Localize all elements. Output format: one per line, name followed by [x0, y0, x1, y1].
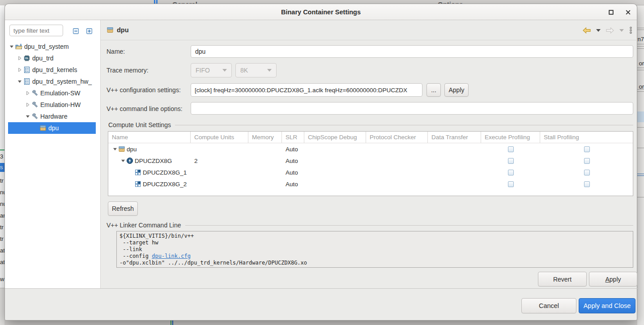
execute-profiling-cell: [481, 178, 540, 190]
name-input[interactable]: [191, 45, 633, 58]
bg-text-fragment: at: [0, 247, 4, 254]
column-header-protocol-checker[interactable]: Protocol Checker: [366, 132, 428, 143]
command-line: --link: [119, 246, 630, 253]
linker-group-label: V++ Linker Command Line: [107, 222, 181, 229]
container-icon: [39, 124, 47, 132]
tree-item-dpu[interactable]: dpu: [8, 122, 96, 134]
view-menu-icon[interactable]: [629, 27, 632, 34]
execute-profiling-cell: [481, 143, 540, 155]
cu-table-row-dpuczdx8g_1[interactable]: DPUCZDX8G_1Auto: [108, 167, 633, 178]
project-sidebar: sdpu_trd_systemOLdpu_trddpu_trd_kernelsd…: [5, 20, 101, 288]
protocol-checker-cell: [366, 143, 428, 155]
config-apply-button[interactable]: Apply: [444, 83, 469, 97]
bg-text-fragment: tr: [0, 224, 4, 231]
forward-icon[interactable]: [606, 27, 614, 34]
tree-item-label: dpu_trd_kernels: [32, 66, 77, 73]
expand-arrow-icon[interactable]: [24, 90, 31, 97]
bg-line: [637, 30, 644, 30]
slr-cell: Auto: [282, 155, 304, 167]
stall-profiling-checkbox[interactable]: [584, 158, 590, 164]
collapse-arrow-icon[interactable]: [112, 145, 118, 153]
stall-profiling-checkbox[interactable]: [584, 170, 590, 175]
panel-header: dpu: [101, 20, 638, 40]
expand-arrow-icon[interactable]: [16, 66, 23, 73]
execute-profiling-cell: [481, 167, 540, 178]
execute-profiling-checkbox[interactable]: [508, 146, 514, 152]
collapse-arrow-icon[interactable]: [24, 113, 31, 120]
expand-arrow-icon[interactable]: [24, 101, 31, 108]
chipscope-debug-cell: [304, 178, 366, 190]
tree-item-emulation-sw[interactable]: Emulation-SW: [8, 87, 96, 99]
execute-profiling-checkbox[interactable]: [508, 181, 514, 187]
column-header-name[interactable]: Name: [108, 132, 191, 143]
expand-arrow-icon[interactable]: [16, 55, 23, 62]
collapse-all-icon[interactable]: [72, 27, 79, 34]
filter-input[interactable]: [9, 25, 63, 36]
expand-all-icon[interactable]: [85, 27, 93, 34]
linker-command-box[interactable]: ${XILINX_VITIS}/bin/v++ --target hw --li…: [116, 231, 633, 268]
bg-text-fragment: s: [0, 163, 4, 172]
stall-profiling-checkbox[interactable]: [584, 181, 590, 187]
column-header-stall-profiling[interactable]: Stall Profiling: [540, 132, 634, 143]
bg-line: [0, 150, 4, 150]
command-line: --target hw: [119, 239, 630, 246]
column-header-compute-units[interactable]: Compute Units: [191, 132, 248, 143]
dropdown-caret-icon: [222, 69, 227, 72]
tree-item-dpu_trd_system_hw_[interactable]: dpu_trd_system_hw_: [8, 76, 96, 87]
arrow-spacer: [32, 124, 39, 132]
tree-item-dpu_trd_kernels[interactable]: dpu_trd_kernels: [8, 64, 96, 76]
dialog-titlebar[interactable]: Binary Container Settings: [5, 4, 637, 20]
column-header-memory[interactable]: Memory: [248, 132, 282, 143]
slr-cell: Auto: [282, 167, 304, 178]
cancel-button[interactable]: Cancel: [521, 298, 576, 313]
config-file-link[interactable]: dpu-link.cfg: [152, 253, 191, 259]
vpp-config-field[interactable]: [clock] freqHz=300000000:DPUCZDX8G_1.acl…: [191, 83, 422, 97]
collapse-arrow-icon[interactable]: [120, 157, 126, 164]
bg-vline-blue: [172, 321, 173, 325]
cu-table-row-dpuczdx8g[interactable]: DPUCZDX8G2Auto: [108, 155, 633, 167]
collapse-arrow-icon[interactable]: [8, 43, 15, 50]
chipscope-debug-cell: [304, 167, 366, 178]
compute-unit-table-header: NameCompute UnitsMemorySLRChipScope Debu…: [108, 132, 633, 143]
vpp-cmdline-input[interactable]: [191, 102, 633, 115]
browse-button[interactable]: ...: [426, 83, 441, 97]
bg-line: [637, 174, 644, 174]
tree-item-dpu_trd[interactable]: OLdpu_trd: [8, 52, 96, 64]
tree-item-emulation-hw[interactable]: Emulation-HW: [8, 99, 96, 111]
bg-line: [637, 44, 644, 44]
revert-button[interactable]: Revert: [538, 272, 587, 287]
bg-right-strip: n7oror: [637, 5, 644, 325]
svg-text:OL: OL: [25, 57, 29, 60]
column-header-slr[interactable]: SLR: [282, 132, 304, 143]
memory-cell: [248, 155, 282, 167]
tree-item-hardware[interactable]: Hardware: [8, 111, 96, 122]
build-config-icon: [31, 113, 38, 120]
maximize-button[interactable]: [607, 9, 614, 16]
execute-profiling-checkbox[interactable]: [508, 158, 514, 164]
column-header-execute-profiling[interactable]: Execute Profiling: [481, 132, 540, 143]
kernel-project-icon: [23, 78, 30, 85]
cu-name-cell: dpu: [108, 143, 191, 155]
refresh-button[interactable]: Refresh: [108, 201, 138, 216]
compute-unit-icon: [134, 180, 141, 188]
stall-profiling-checkbox[interactable]: [584, 146, 590, 152]
bg-text-fragment: n7: [637, 36, 644, 43]
svg-text:s: s: [20, 43, 22, 46]
linker-group: V++ Linker Command Line: [107, 222, 633, 229]
forward-menu-caret-icon[interactable]: [619, 29, 624, 32]
cu-table-row-dpuczdx8g_2[interactable]: DPUCZDX8G_2Auto: [108, 178, 633, 190]
back-icon[interactable]: [582, 27, 591, 34]
column-header-chipscope-debug[interactable]: ChipScope Debug: [304, 132, 366, 143]
column-header-data-transfer[interactable]: Data Transfer: [428, 132, 481, 143]
back-menu-caret-icon[interactable]: [596, 29, 601, 32]
tree-item-dpu_trd_system[interactable]: sdpu_trd_system: [8, 41, 96, 52]
cu-table-row-dpu[interactable]: dpuAuto: [108, 143, 633, 155]
apply-and-close-button[interactable]: Apply and Close: [579, 298, 635, 313]
apply-button[interactable]: Apply: [589, 272, 637, 287]
close-button[interactable]: [624, 9, 631, 16]
arrow-spacer: [128, 180, 134, 188]
execute-profiling-checkbox[interactable]: [508, 170, 514, 175]
memory-cell: [248, 178, 282, 190]
dialog-title: Binary Container Settings: [281, 9, 361, 16]
collapse-arrow-icon[interactable]: [16, 78, 23, 85]
